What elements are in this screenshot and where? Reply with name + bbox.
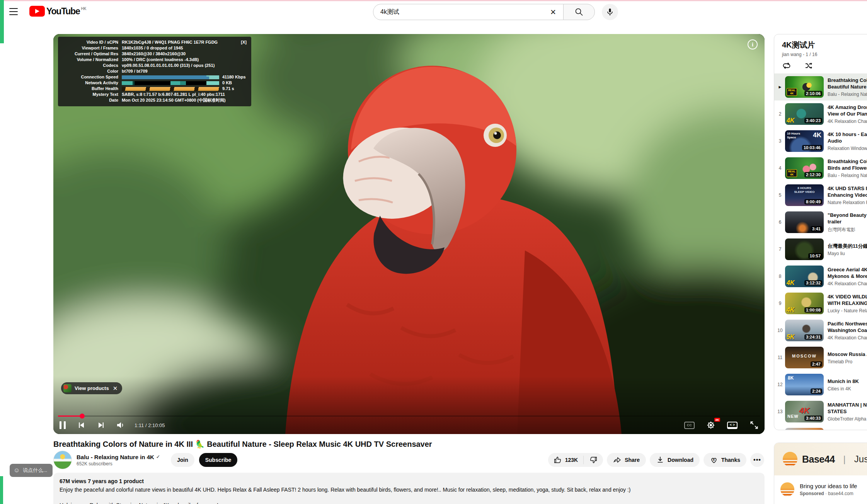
playlist-item[interactable]: 13 NEW 4K 3:40:33 MANHATTAN | NEW YORK C…	[774, 398, 867, 425]
thanks-button[interactable]: $ Thanks	[703, 453, 746, 467]
settings-button[interactable]: 4K	[706, 421, 715, 430]
ad-card: Base44 | Just S Bring your ideas to life…	[774, 443, 867, 504]
clear-search-icon[interactable]: ✕	[548, 8, 559, 17]
ad-banner[interactable]: Base44 | Just S	[774, 443, 867, 475]
like-button[interactable]: 123K	[548, 456, 583, 464]
duration-badge: 2:47	[811, 361, 822, 367]
volume-icon	[116, 421, 126, 430]
playlist-item[interactable]: 10 5K 3:24:31 Pacific Northwest 5K - Coa…	[774, 317, 867, 344]
toast-text: 说点什么...	[23, 467, 47, 474]
volume-button[interactable]	[116, 421, 126, 430]
youtube-logo[interactable]: YouTube HK	[29, 6, 86, 17]
playlist-item[interactable]: 9 4K 1:00:08 4K VIDEO WILDLIFE - ANIMALS…	[774, 290, 867, 317]
playlist-item-thumbnail: NEW 4K 3:40:33	[785, 401, 824, 422]
share-icon	[613, 456, 622, 464]
thumbnail-overlay-text: NEW	[787, 414, 799, 419]
playlist-item[interactable]: 7 10:57 台灣最美的11分鐘《看見台灣之後》 Mayo liu	[774, 236, 867, 263]
miniplayer-button[interactable]: < >	[727, 422, 738, 429]
heart-dollar-icon: $	[710, 456, 718, 464]
playlist-item[interactable]: 2 4K 3:40:23 4K Amazing Drone Footage wi…	[774, 100, 867, 128]
playlist-item-title: 4K UHD STARS IN MOTION 8HR Sleep Enhanci…	[828, 185, 867, 198]
playlist-item[interactable]: 8 4K 3:12:32 Greece Aerial 4K - Stunning…	[774, 263, 867, 290]
share-label: Share	[625, 457, 640, 463]
previous-icon	[77, 421, 86, 430]
download-button[interactable]: Download	[650, 453, 700, 467]
comment-toast[interactable]: ☺ 说点什么...	[10, 464, 53, 477]
stats-label: Video ID / sCPN	[61, 39, 118, 45]
thumbnail-quality-badge: 4K	[787, 117, 794, 124]
youtube-play-icon	[29, 6, 45, 17]
stats-value: vp09.00.51.08.01.01.01.01.00 (313) / opu…	[122, 63, 215, 68]
channel-name[interactable]: Balu - Relaxing Nature in 4K	[77, 454, 154, 460]
info-icon[interactable]: i	[748, 39, 758, 49]
playlist-title[interactable]: 4K测试片	[782, 40, 867, 50]
shuffle-playlist-button[interactable]	[804, 61, 814, 70]
sponsored-label: Sponsored	[800, 491, 824, 496]
show-more-link[interactable]: ...more	[221, 502, 239, 504]
thumbnail-overlay-text: 8K	[788, 375, 794, 381]
description-box[interactable]: 67M views 7 years ago 1 product Enjoy th…	[53, 473, 765, 504]
playlist-item[interactable]: 6 3:41 "Beyond Beauty - Taiwan from Abov…	[774, 209, 867, 236]
page-loading-bar	[0, 0, 867, 1]
ad-brand: Base44	[802, 454, 835, 465]
playlist-item-title: 4K Amazing Drone Footage with Bird's Eye…	[828, 104, 867, 117]
base44-logo-icon-small	[780, 482, 794, 496]
left-edge-accent-top	[0, 0, 4, 43]
product-thumbnail	[63, 384, 72, 392]
playlist-item[interactable]: 14 HONG KONG | A Timelapse	[774, 425, 867, 430]
loop-playlist-button[interactable]	[782, 61, 791, 70]
playlist-item[interactable]: 11 MOSCOW 2:47 Moscow Russia Aerial Dron…	[774, 344, 867, 371]
search-button[interactable]	[563, 4, 595, 20]
search-input[interactable]	[380, 9, 548, 15]
ad-details[interactable]: Bring your ideas to life Sponsored · bas…	[774, 475, 867, 503]
playlist-item-title: 4K 10 hours - Earth from Space & Space W…	[828, 131, 867, 144]
region-label: HK	[81, 7, 87, 11]
video-player[interactable]: [X] Video ID / sCPN RK1K2bCg4J8 / W4Q1 P…	[53, 34, 765, 434]
playlist-item-channel: 台灣阿布電影	[828, 226, 867, 233]
view-products-chip[interactable]: View products ✕	[61, 382, 122, 394]
stats-row: Connection Speed 41180 Kbps	[61, 74, 247, 80]
dislike-button[interactable]	[584, 456, 603, 464]
playlist-item[interactable]: 4 REAL 4K 2:12:30 Breathtaking Colors of…	[774, 155, 867, 182]
stats-close-button[interactable]: [X]	[241, 39, 247, 45]
playlist-item-channel: Nature Relaxation Films	[828, 200, 867, 205]
chip-close-icon[interactable]: ✕	[112, 385, 119, 392]
thumbnail-overlay-text: 8 HOURS SLEEP VIDEO	[785, 186, 824, 194]
subscribe-button[interactable]: Subscribe	[199, 453, 238, 467]
playlist-item-index: 9	[775, 301, 785, 306]
search-box[interactable]: ✕	[373, 4, 563, 20]
playlist-item-channel: Timelab Pro	[828, 359, 867, 364]
playlist-item[interactable]: 5 8 HOURS SLEEP VIDEO 8:00:49 4K UHD STA…	[774, 182, 867, 209]
playlist-item[interactable]: 3 10 Hours Space 4K 10:03:46 4K 10 hours…	[774, 128, 867, 155]
playlist-item[interactable]: 12 8K 2:24 Munich in 8K Cities in 4K	[774, 371, 867, 398]
thumbnail-quality-badge: 4K	[787, 279, 794, 286]
playlist-item-thumbnail: REAL 4K 2:10:06	[785, 76, 824, 98]
stats-value: Mon Oct 20 2025 23:14:50 GMT+0800 (中国标准时…	[122, 97, 226, 103]
playlist-item-title: Breathtaking Colors of Nature in 4K 🌻🦜 B…	[828, 158, 867, 171]
playlist-item-index: 4	[775, 165, 785, 171]
previous-button[interactable]	[77, 421, 86, 430]
duration-badge: 2:12:30	[804, 172, 822, 177]
playlist-item-thumbnail: MOSCOW 2:47	[785, 347, 824, 368]
fullscreen-button[interactable]	[749, 420, 759, 430]
like-count: 123K	[565, 457, 578, 463]
playlist-item-channel: 4K Relaxation Channel	[828, 335, 867, 341]
channel-avatar[interactable]	[53, 451, 72, 469]
duration-badge: 2:10:06	[804, 91, 822, 96]
next-button[interactable]	[97, 421, 106, 430]
stats-row: Video ID / sCPN RK1K2bCg4J8 / W4Q1 PNAG …	[61, 39, 247, 45]
more-actions-button[interactable]: •••	[750, 453, 764, 467]
duration-badge: 3:40:23	[804, 118, 822, 123]
subtitles-button[interactable]: CC	[684, 422, 695, 429]
playlist-item-title: "Beyond Beauty - Taiwan from Above II" 4…	[828, 212, 867, 225]
join-button[interactable]: Join	[171, 453, 194, 467]
playlist-item[interactable]: ▶ REAL 4K 2:10:06 Breathtaking Colors of…	[774, 73, 867, 100]
stats-label: Codecs	[61, 63, 118, 68]
voice-search-button[interactable]	[602, 4, 618, 20]
stats-label: Buffer Health	[61, 86, 118, 92]
menu-icon[interactable]	[9, 8, 18, 15]
share-button[interactable]: Share	[607, 453, 646, 467]
smiley-icon: ☺	[14, 467, 20, 474]
pause-button[interactable]	[59, 421, 66, 429]
svg-text:$: $	[713, 458, 715, 461]
